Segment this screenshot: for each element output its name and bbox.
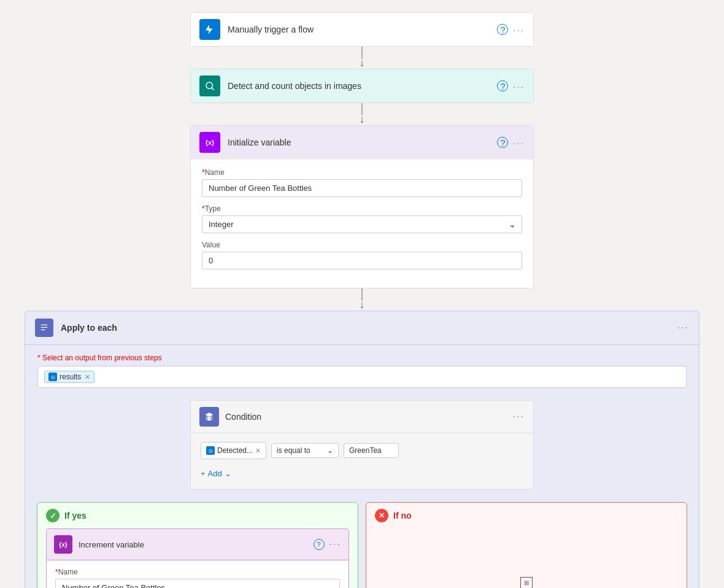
inc-name-value: Number of Green Tea Bottles (62, 583, 165, 588)
inc-name-select[interactable]: Number of Green Tea Bottles ⌄ (55, 579, 340, 588)
condition-dots[interactable]: ··· (513, 411, 525, 422)
if-no-header: ✕ If no (366, 503, 687, 528)
condition-add-button[interactable]: + Add ⌄ (201, 466, 231, 481)
condition-card: Condition ··· ◎ Detected... ✕ is equal t… (190, 400, 534, 490)
step3-title: Initialize variable (228, 137, 497, 147)
step2-title: Detect and count objects in images (228, 81, 497, 91)
apply-icon (35, 319, 53, 337)
type-field-row: *Type Integer ⌄ (202, 204, 522, 233)
trigger-icon (199, 19, 220, 40)
output-select-row[interactable]: ◎ results ✕ (37, 366, 687, 388)
condition-title: Condition (225, 412, 513, 422)
value-label: Value (202, 241, 522, 249)
inc-name-select-wrap[interactable]: Number of Green Tea Bottles ⌄ (55, 579, 340, 588)
step1-title: Manually trigger a flow (228, 25, 497, 34)
branches-container: ✓ If yes {x} Increment variable (37, 502, 687, 588)
branch-if-yes: ✓ If yes {x} Increment variable (37, 502, 358, 588)
if-no-add-action-icon: ⊞ (520, 577, 533, 589)
if-yes-label: If yes (64, 511, 87, 520)
apply-title: Apply to each (61, 323, 677, 333)
condition-value[interactable]: GreenTea (344, 443, 399, 458)
step1-help-icon[interactable]: ? (497, 24, 508, 35)
increment-header: {x} Increment variable ? ··· (47, 529, 349, 560)
type-select[interactable]: Integer ⌄ (202, 215, 522, 233)
type-label: *Type (202, 204, 522, 213)
arrow3: ↓ (360, 288, 365, 311)
apply-to-each-header: Apply to each ··· (25, 311, 699, 345)
apply-dots-button[interactable]: ··· (677, 322, 689, 333)
arrow1: ↓ (360, 47, 365, 69)
increment-help-icon[interactable]: ? (314, 539, 325, 550)
value-input[interactable] (202, 252, 522, 269)
arrow2: ↓ (360, 103, 365, 125)
step2-dots-button[interactable]: ··· (513, 81, 525, 91)
type-select-wrap[interactable]: Integer ⌄ (202, 215, 522, 233)
condition-wrap: Condition ··· ◎ Detected... ✕ is equal t… (25, 400, 699, 588)
step3-help-icon[interactable]: ? (497, 137, 508, 148)
apply-body: * Select an output from previous steps ◎… (25, 345, 699, 388)
condition-header: Condition ··· (191, 401, 533, 433)
name-field-row: *Name (202, 168, 522, 197)
results-chip[interactable]: ◎ results ✕ (44, 371, 94, 383)
svg-point-0 (206, 82, 213, 89)
name-input[interactable] (202, 179, 522, 197)
no-icon: ✕ (375, 509, 388, 522)
increment-title: Increment variable (79, 540, 314, 549)
svg-line-1 (212, 88, 214, 90)
condition-row: ◎ Detected... ✕ is equal to ⌄ GreenTea (201, 442, 523, 459)
condition-operator[interactable]: is equal to ⌄ (271, 443, 339, 458)
chip-icon: ◎ (48, 373, 57, 381)
detect-icon (199, 75, 220, 96)
if-no-label: If no (393, 511, 412, 520)
condition-body: ◎ Detected... ✕ is equal to ⌄ GreenTea +… (191, 433, 533, 489)
output-label: * Select an output from previous steps (37, 354, 687, 362)
step-manually-trigger: Manually trigger a flow ? ··· (190, 12, 534, 47)
step1-dots-button[interactable]: ··· (513, 25, 525, 35)
step2-help-icon[interactable]: ? (497, 80, 508, 91)
if-yes-body: {x} Increment variable ? ··· *Na (37, 528, 358, 588)
step3-dots-button[interactable]: ··· (513, 137, 525, 148)
chip-label: results (60, 373, 81, 381)
condition-icon (199, 407, 219, 427)
condition-chip-x[interactable]: ✕ (255, 447, 261, 455)
inc-name-row: *Name Number of Green Tea Bottles ⌄ (55, 568, 340, 588)
step1-actions: ? ··· (497, 24, 525, 35)
step3-body: *Name *Type Integer ⌄ Value (191, 159, 533, 288)
branch-if-no: ✕ If no ⊞ Add an action (366, 502, 687, 588)
step2-actions: ? ··· (497, 80, 525, 91)
condition-left-value: Detected... (217, 446, 253, 455)
condition-chip-icon: ◎ (206, 446, 215, 455)
yes-icon: ✓ (46, 509, 60, 522)
name-label: *Name (202, 168, 522, 177)
if-no-add-action[interactable]: ⊞ Add an action (375, 528, 678, 588)
apply-to-each-container: Apply to each ··· * Select an output fro… (25, 311, 699, 588)
increment-icon: {x} (54, 535, 72, 554)
inc-name-label: *Name (55, 568, 340, 576)
increment-actions: ? ··· (314, 539, 341, 550)
increment-body: *Name Number of Green Tea Bottles ⌄ (47, 560, 349, 588)
increment-variable-card: {x} Increment variable ? ··· *Na (46, 528, 349, 588)
step-initialize-variable: {x} Initialize variable ? ··· *Name *Typ… (190, 125, 534, 288)
step3-actions: ? ··· (497, 137, 525, 148)
chip-remove[interactable]: ✕ (85, 373, 90, 381)
initialize-icon: {x} (199, 132, 220, 153)
if-no-body: ⊞ Add an action (366, 528, 687, 588)
condition-left-chip[interactable]: ◎ Detected... ✕ (201, 442, 266, 459)
increment-dots[interactable]: ··· (329, 539, 341, 550)
if-yes-header: ✓ If yes (37, 503, 358, 528)
value-field-row: Value (202, 241, 522, 269)
step-detect-count: Detect and count objects in images ? ··· (190, 69, 534, 103)
